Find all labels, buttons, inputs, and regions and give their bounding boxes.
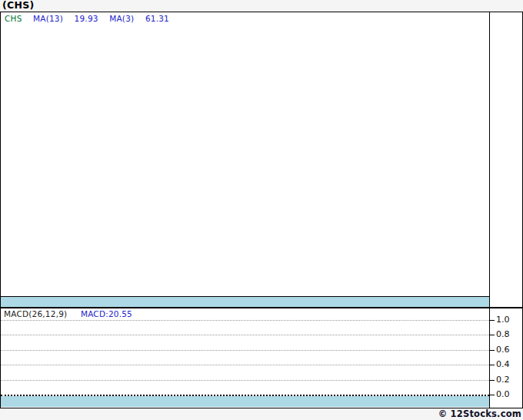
price-panel-highlight-band: [1, 297, 489, 307]
y-tick-label: 0.2: [496, 375, 510, 385]
y-tick: [489, 395, 495, 395]
y-tick: [489, 350, 495, 351]
macd-gridline-0.8: [1, 335, 489, 335]
y-tick-label: 0.8: [496, 330, 510, 339]
chart-plot-area: CHS MA(13) 19.93 MA(3) 61.31 MACD(26,12,…: [1, 12, 522, 408]
macd-panel-highlight-band: [1, 396, 489, 407]
legend-ma1-value: 19.93: [75, 14, 98, 23]
y-tick: [489, 335, 495, 335]
y-tick-label: 0.0: [496, 390, 510, 399]
macd-gridline-1.0: [1, 320, 489, 321]
y-tick: [489, 380, 495, 381]
legend-symbol: CHS: [5, 14, 22, 23]
legend-ma2-value: 61.31: [145, 14, 169, 23]
y-tick: [489, 320, 495, 321]
legend-ma2-label: MA(3): [109, 14, 134, 23]
y-tick-label: 0.4: [496, 360, 510, 369]
copyright-link[interactable]: © 12Stocks.com: [438, 408, 521, 419]
macd-indicator-label: MACD(26,12,9): [4, 309, 67, 318]
price-legend: CHS MA(13) 19.93 MA(3) 61.31: [5, 14, 178, 23]
y-tick: [489, 365, 495, 365]
macd-indicator-value: MACD:20.55: [81, 309, 132, 318]
stock-chart-page: (CHS) CHS MA(13) 19.93 MA(3) 61.31 MACD(…: [0, 0, 523, 420]
y-tick-label: 0.6: [496, 345, 510, 355]
macd-legend: MACD(26,12,9) MACD:20.55: [4, 309, 132, 318]
legend-ma1-label: MA(13): [33, 14, 63, 23]
chart-container: CHS MA(13) 19.93 MA(3) 61.31 MACD(26,12,…: [0, 12, 523, 408]
page-title: (CHS): [2, 0, 35, 11]
macd-gridline-0.4: [1, 365, 489, 365]
macd-gridline-0.2: [1, 380, 489, 381]
y-axis-line: [489, 12, 490, 408]
y-tick-label: 1.0: [496, 315, 510, 325]
macd-gridline-0.6: [1, 350, 489, 351]
panel-separator-line: [1, 307, 522, 308]
